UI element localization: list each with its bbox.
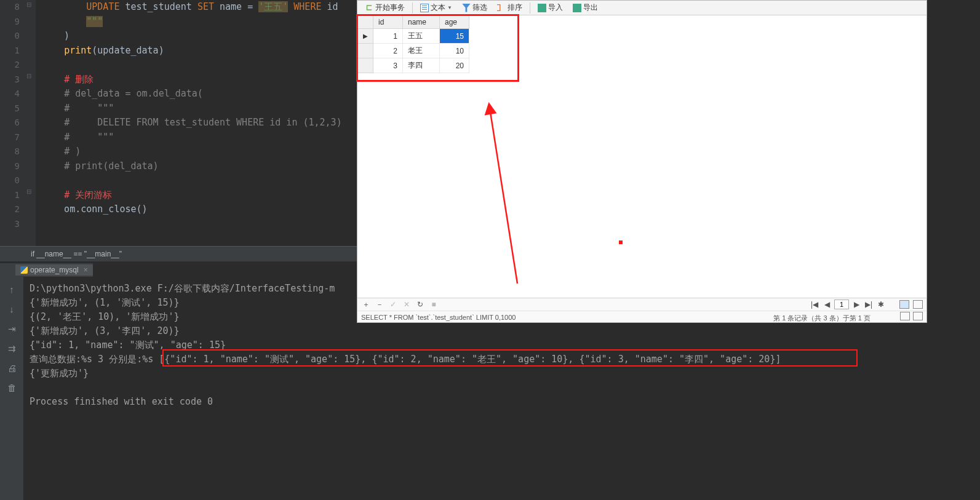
record-status: 第 1 条记录（共 3 条）于第 1 页 bbox=[773, 314, 870, 322]
run-tab-label: operate_mysql bbox=[30, 266, 79, 274]
form-view-button[interactable] bbox=[913, 300, 923, 309]
filter-icon bbox=[462, 4, 471, 12]
next-page-button[interactable]: ▶ bbox=[851, 300, 861, 309]
sql-preview: SELECT * FROM `test`.`test_student` LIMI… bbox=[361, 314, 516, 321]
sort-button[interactable]: 排序 bbox=[493, 1, 526, 15]
view-mode-2[interactable] bbox=[913, 312, 923, 320]
view-mode-1[interactable] bbox=[900, 312, 910, 320]
last-page-button[interactable]: ▶| bbox=[864, 300, 874, 309]
console-action-icon[interactable]: ↑ bbox=[6, 284, 17, 295]
separator bbox=[530, 2, 530, 14]
refresh-button[interactable]: ↻ bbox=[415, 300, 425, 309]
navicat-toolbar: 开始事务 文本▼ 筛选 排序 导入 导出 bbox=[357, 1, 926, 15]
export-icon bbox=[573, 4, 581, 12]
navicat-window: 开始事务 文本▼ 筛选 排序 导入 导出 idnameage▶1王五152老王1… bbox=[357, 0, 927, 323]
begin-transaction-button[interactable]: 开始事务 bbox=[361, 1, 408, 15]
prev-page-button[interactable]: ◀ bbox=[822, 300, 832, 309]
annotation-box bbox=[162, 349, 858, 367]
text-icon bbox=[420, 4, 429, 12]
breadcrumb[interactable]: if __name__ == "__main__" bbox=[0, 246, 357, 261]
text-label: 文本 bbox=[431, 2, 445, 13]
apply-button[interactable]: ✓ bbox=[388, 300, 398, 309]
add-row-button[interactable]: ＋ bbox=[361, 300, 371, 310]
console-action-icon[interactable]: ⇉ bbox=[6, 343, 17, 354]
console-action-icon[interactable]: ⇥ bbox=[6, 323, 17, 335]
console-action-icon[interactable]: 🗑 bbox=[6, 383, 17, 394]
svg-line-0 bbox=[490, 108, 517, 284]
data-grid[interactable]: idnameage▶1王五152老王103李四20 bbox=[357, 15, 926, 73]
python-icon bbox=[20, 266, 28, 274]
code-editor[interactable]: 8901234567890123 ⊟ ⊟ ⊟ UPDATE test_stude… bbox=[0, 0, 357, 261]
console-action-icon[interactable]: ↓ bbox=[6, 304, 17, 315]
run-tab[interactable]: operate_mysql × bbox=[15, 264, 93, 276]
console-toolbar: ↑↓⇥⇉🖨🗑 bbox=[0, 277, 23, 500]
grid-view-button[interactable] bbox=[899, 300, 909, 309]
import-icon bbox=[538, 4, 546, 12]
navicat-statusbar: ＋ － ✓ ✕ ↻ ■ |◀ ◀ ▶ ▶| ✱ SELECT * FROM `t… bbox=[357, 298, 926, 322]
line-gutter: 8901234567890123 bbox=[0, 0, 25, 261]
console-action-icon[interactable]: 🖨 bbox=[6, 363, 17, 374]
cancel-button[interactable]: ✕ bbox=[402, 300, 412, 309]
import-button[interactable]: 导入 bbox=[534, 1, 567, 15]
close-icon[interactable]: × bbox=[84, 266, 88, 274]
fold-column[interactable]: ⊟ ⊟ ⊟ bbox=[25, 0, 36, 261]
separator bbox=[412, 2, 413, 14]
import-label: 导入 bbox=[548, 2, 563, 13]
sort-label: 排序 bbox=[508, 2, 522, 13]
annotation-box bbox=[356, 14, 519, 82]
export-label: 导出 bbox=[583, 2, 598, 13]
filter-label: 筛选 bbox=[472, 2, 487, 13]
svg-rect-1 bbox=[619, 240, 623, 244]
run-tab-bar: operate_mysql × bbox=[0, 263, 93, 277]
page-input[interactable] bbox=[834, 300, 849, 309]
begin-label: 开始事务 bbox=[375, 2, 405, 13]
export-button[interactable]: 导出 bbox=[569, 1, 602, 15]
text-button[interactable]: 文本▼ bbox=[416, 1, 456, 15]
stop-button[interactable]: ■ bbox=[429, 300, 439, 309]
filter-button[interactable]: 筛选 bbox=[458, 1, 491, 15]
code-area[interactable]: UPDATE test_student SET name = '王五' WHER… bbox=[36, 0, 357, 261]
settings-button[interactable]: ✱ bbox=[876, 300, 886, 309]
first-page-button[interactable]: |◀ bbox=[810, 300, 819, 309]
chevron-down-icon: ▼ bbox=[447, 5, 452, 10]
transaction-icon bbox=[365, 4, 373, 12]
delete-row-button[interactable]: － bbox=[375, 300, 384, 310]
sort-icon bbox=[497, 4, 506, 12]
